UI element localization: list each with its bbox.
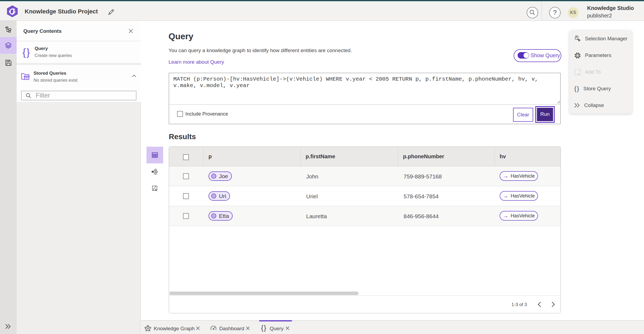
svg-text:?: ? [553, 9, 557, 16]
